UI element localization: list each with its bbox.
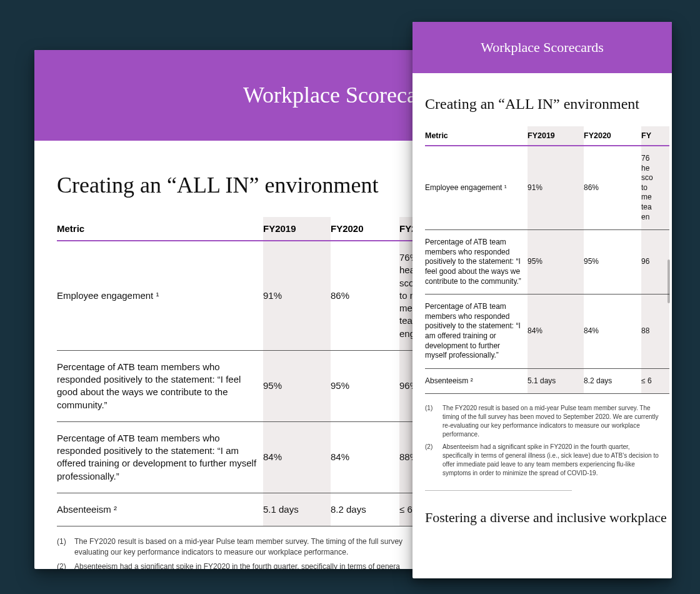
cell: 84% — [331, 421, 399, 493]
cell: 76 he sco to me tea en — [641, 146, 669, 230]
cell: 95% — [331, 350, 399, 421]
cell: 84% — [263, 421, 331, 493]
metric-label: Absenteeism ² — [57, 493, 263, 526]
metric-label: Percentage of ATB team members who respo… — [425, 230, 528, 294]
metrics-table-small: Metric FY2019 FY2020 FY Employee engagem… — [425, 126, 669, 394]
metric-label: Percentage of ATB team members who respo… — [425, 294, 528, 369]
banner-small: Workplace Scorecards — [412, 22, 672, 73]
footnotes-small: (1) The FY2020 result is based on a mid-… — [425, 394, 669, 478]
metric-label: Employee engagement ¹ — [57, 241, 263, 350]
note-index: (2) — [57, 561, 74, 569]
table-row: Percentage of ATB team members who respo… — [425, 230, 669, 294]
scrollbar-indicator[interactable] — [668, 259, 670, 303]
cell: 95% — [263, 350, 331, 421]
cell: 91% — [528, 146, 584, 230]
metric-label: Percentage of ATB team members who respo… — [57, 421, 263, 493]
col-fy2019: FY2019 — [263, 217, 331, 241]
cell: 95% — [528, 230, 584, 294]
cell: 95% — [584, 230, 641, 294]
cell: 96 — [641, 230, 669, 294]
cell: ≤ 6 — [641, 368, 669, 394]
note-index: (1) — [425, 404, 442, 439]
cell: 84% — [584, 294, 641, 369]
table-row: Absenteeism ² 5.1 days 8.2 days ≤ 6 — [425, 368, 669, 394]
metric-label: Employee engagement ¹ — [425, 146, 528, 230]
table-row: Employee engagement ¹ 91% 86% 76 he sco … — [425, 146, 669, 230]
cell: 5.1 days — [528, 368, 584, 394]
col-metric: Metric — [57, 217, 263, 241]
cell: 5.1 days — [263, 493, 331, 526]
note-index: (2) — [425, 443, 442, 478]
cell: 86% — [331, 241, 399, 350]
section-divider — [425, 490, 572, 491]
cell: 8.2 days — [331, 493, 399, 526]
note-text: Absenteeism had a significant spike in F… — [442, 443, 659, 478]
col-fy2019: FY2019 — [528, 126, 584, 146]
cell: 91% — [263, 241, 331, 350]
cell: 84% — [528, 294, 584, 369]
table-row: Percentage of ATB team members who respo… — [425, 294, 669, 369]
cell: 86% — [584, 146, 641, 230]
section-title-all-in: Creating an “ALL IN” environment — [425, 96, 669, 113]
cell: 88 — [641, 294, 669, 369]
scorecard-page-small: Workplace Scorecards Creating an “ALL IN… — [412, 22, 672, 578]
col-metric: Metric — [425, 126, 528, 146]
metric-label: Percentage of ATB team members who respo… — [57, 350, 263, 421]
col-fy2020: FY2020 — [331, 217, 399, 241]
cell: 8.2 days — [584, 368, 641, 394]
section-title-diversity: Fostering a diverse and inclusive workpl… — [425, 508, 669, 527]
note-index: (1) — [57, 536, 74, 558]
note-text: The FY2020 result is based on a mid-year… — [442, 404, 659, 439]
col-fy2020: FY2020 — [584, 126, 641, 146]
col-fy-target: FY — [641, 126, 669, 146]
metric-label: Absenteeism ² — [425, 368, 528, 394]
